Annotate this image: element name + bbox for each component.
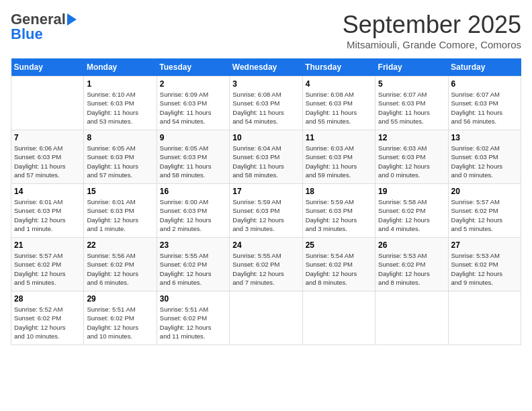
day-number: 15 [87, 187, 153, 196]
day-number: 2 [160, 79, 226, 89]
calendar-cell: 2Sunrise: 6:09 AM Sunset: 6:03 PM Daylig… [157, 77, 229, 130]
calendar-cell: 9Sunrise: 6:05 AM Sunset: 6:03 PM Daylig… [157, 130, 229, 184]
calendar-cell: 6Sunrise: 6:07 AM Sunset: 6:03 PM Daylig… [448, 77, 521, 130]
day-number: 28 [14, 294, 81, 304]
day-number: 25 [306, 240, 372, 250]
day-number: 16 [160, 187, 226, 196]
day-number: 7 [14, 133, 81, 142]
title-block: September 2025 Mitsamiouli, Grande Comor… [343, 11, 521, 50]
calendar-cell: 10Sunrise: 6:04 AM Sunset: 6:03 PM Dayli… [230, 130, 302, 184]
calendar-cell: 15Sunrise: 6:01 AM Sunset: 6:03 PM Dayli… [84, 184, 157, 238]
day-number: 14 [14, 187, 81, 196]
day-number: 11 [306, 133, 372, 142]
day-number: 27 [451, 240, 518, 250]
calendar-cell: 7Sunrise: 6:06 AM Sunset: 6:03 PM Daylig… [11, 130, 84, 184]
day-info: Sunrise: 5:59 AM Sunset: 6:03 PM Dayligh… [232, 197, 299, 233]
calendar-cell: 18Sunrise: 5:59 AM Sunset: 6:03 PM Dayli… [302, 184, 375, 238]
day-info: Sunrise: 6:08 AM Sunset: 6:03 PM Dayligh… [232, 90, 299, 126]
calendar-cell [11, 77, 84, 130]
day-number: 5 [378, 79, 445, 89]
day-number: 13 [451, 133, 518, 142]
day-number: 12 [378, 133, 445, 142]
day-info: Sunrise: 6:07 AM Sunset: 6:03 PM Dayligh… [378, 90, 445, 126]
calendar-cell: 5Sunrise: 6:07 AM Sunset: 6:03 PM Daylig… [375, 77, 448, 130]
day-info: Sunrise: 5:54 AM Sunset: 6:02 PM Dayligh… [306, 251, 372, 287]
calendar-cell: 16Sunrise: 6:00 AM Sunset: 6:03 PM Dayli… [157, 184, 229, 238]
day-number: 3 [232, 79, 299, 89]
calendar-cell: 29Sunrise: 5:51 AM Sunset: 6:02 PM Dayli… [84, 291, 157, 345]
day-info: Sunrise: 6:06 AM Sunset: 6:03 PM Dayligh… [14, 144, 81, 179]
logo-blue-text: Blue [11, 26, 43, 43]
calendar-cell: 22Sunrise: 5:56 AM Sunset: 6:02 PM Dayli… [84, 238, 157, 291]
column-header-wednesday: Wednesday [230, 58, 302, 77]
month-title: September 2025 [343, 11, 521, 39]
day-info: Sunrise: 5:57 AM Sunset: 6:02 PM Dayligh… [14, 251, 81, 287]
column-header-monday: Monday [84, 58, 157, 77]
day-info: Sunrise: 5:52 AM Sunset: 6:02 PM Dayligh… [14, 305, 81, 340]
day-info: Sunrise: 5:56 AM Sunset: 6:02 PM Dayligh… [87, 251, 153, 287]
column-header-thursday: Thursday [302, 58, 375, 77]
day-number: 22 [87, 240, 153, 250]
calendar-header-row: SundayMondayTuesdayWednesdayThursdayFrid… [11, 58, 521, 77]
day-info: Sunrise: 6:07 AM Sunset: 6:03 PM Dayligh… [451, 90, 518, 126]
day-info: Sunrise: 6:04 AM Sunset: 6:03 PM Dayligh… [232, 144, 299, 179]
day-number: 18 [306, 187, 372, 196]
calendar-week-3: 14Sunrise: 6:01 AM Sunset: 6:03 PM Dayli… [11, 184, 521, 238]
calendar-cell: 11Sunrise: 6:03 AM Sunset: 6:03 PM Dayli… [302, 130, 375, 184]
calendar-cell: 13Sunrise: 6:02 AM Sunset: 6:03 PM Dayli… [448, 130, 521, 184]
day-info: Sunrise: 6:01 AM Sunset: 6:03 PM Dayligh… [14, 197, 81, 233]
day-number: 9 [160, 133, 226, 142]
day-number: 23 [160, 240, 226, 250]
logo: General Blue [11, 11, 77, 43]
calendar-cell [375, 291, 448, 345]
day-info: Sunrise: 6:00 AM Sunset: 6:03 PM Dayligh… [160, 197, 226, 233]
day-number: 20 [451, 187, 518, 196]
day-info: Sunrise: 5:58 AM Sunset: 6:02 PM Dayligh… [378, 197, 445, 233]
day-number: 8 [87, 133, 153, 142]
calendar-cell [302, 291, 375, 345]
day-info: Sunrise: 6:03 AM Sunset: 6:03 PM Dayligh… [306, 144, 372, 179]
day-number: 17 [232, 187, 299, 196]
calendar-cell: 8Sunrise: 6:05 AM Sunset: 6:03 PM Daylig… [84, 130, 157, 184]
day-info: Sunrise: 6:01 AM Sunset: 6:03 PM Dayligh… [87, 197, 153, 233]
calendar-cell: 20Sunrise: 5:57 AM Sunset: 6:02 PM Dayli… [448, 184, 521, 238]
location-subtitle: Mitsamiouli, Grande Comore, Comoros [343, 39, 521, 50]
day-info: Sunrise: 5:53 AM Sunset: 6:02 PM Dayligh… [378, 251, 445, 287]
day-number: 26 [378, 240, 445, 250]
calendar-cell: 19Sunrise: 5:58 AM Sunset: 6:02 PM Dayli… [375, 184, 448, 238]
day-info: Sunrise: 6:08 AM Sunset: 6:03 PM Dayligh… [306, 90, 372, 126]
calendar-cell: 1Sunrise: 6:10 AM Sunset: 6:03 PM Daylig… [84, 77, 157, 130]
calendar-cell: 23Sunrise: 5:55 AM Sunset: 6:02 PM Dayli… [157, 238, 229, 291]
page-header: General Blue September 2025 Mitsamiouli,… [11, 11, 521, 50]
calendar-week-2: 7Sunrise: 6:06 AM Sunset: 6:03 PM Daylig… [11, 130, 521, 184]
day-number: 19 [378, 187, 445, 196]
day-info: Sunrise: 6:05 AM Sunset: 6:03 PM Dayligh… [87, 144, 153, 179]
day-number: 29 [87, 294, 153, 304]
day-number: 24 [232, 240, 299, 250]
day-info: Sunrise: 6:03 AM Sunset: 6:03 PM Dayligh… [378, 144, 445, 179]
calendar-week-4: 21Sunrise: 5:57 AM Sunset: 6:02 PM Dayli… [11, 238, 521, 291]
day-number: 1 [87, 79, 153, 89]
column-header-saturday: Saturday [448, 58, 521, 77]
calendar-cell [230, 291, 302, 345]
calendar-cell: 30Sunrise: 5:51 AM Sunset: 6:02 PM Dayli… [157, 291, 229, 345]
calendar-cell: 17Sunrise: 5:59 AM Sunset: 6:03 PM Dayli… [230, 184, 302, 238]
calendar-cell: 24Sunrise: 5:55 AM Sunset: 6:02 PM Dayli… [230, 238, 302, 291]
day-info: Sunrise: 6:02 AM Sunset: 6:03 PM Dayligh… [451, 144, 518, 179]
day-info: Sunrise: 5:55 AM Sunset: 6:02 PM Dayligh… [232, 251, 299, 287]
calendar-week-1: 1Sunrise: 6:10 AM Sunset: 6:03 PM Daylig… [11, 77, 521, 130]
calendar-cell: 4Sunrise: 6:08 AM Sunset: 6:03 PM Daylig… [302, 77, 375, 130]
day-info: Sunrise: 6:05 AM Sunset: 6:03 PM Dayligh… [160, 144, 226, 179]
day-number: 10 [232, 133, 299, 142]
column-header-sunday: Sunday [11, 58, 84, 77]
column-header-friday: Friday [375, 58, 448, 77]
day-info: Sunrise: 5:55 AM Sunset: 6:02 PM Dayligh… [160, 251, 226, 287]
calendar-table: SundayMondayTuesdayWednesdayThursdayFrid… [11, 58, 521, 345]
calendar-cell: 26Sunrise: 5:53 AM Sunset: 6:02 PM Dayli… [375, 238, 448, 291]
day-info: Sunrise: 6:10 AM Sunset: 6:03 PM Dayligh… [87, 90, 153, 126]
calendar-cell: 21Sunrise: 5:57 AM Sunset: 6:02 PM Dayli… [11, 238, 84, 291]
calendar-cell: 12Sunrise: 6:03 AM Sunset: 6:03 PM Dayli… [375, 130, 448, 184]
day-info: Sunrise: 5:51 AM Sunset: 6:02 PM Dayligh… [160, 305, 226, 340]
day-info: Sunrise: 5:57 AM Sunset: 6:02 PM Dayligh… [451, 197, 518, 233]
calendar-cell: 25Sunrise: 5:54 AM Sunset: 6:02 PM Dayli… [302, 238, 375, 291]
